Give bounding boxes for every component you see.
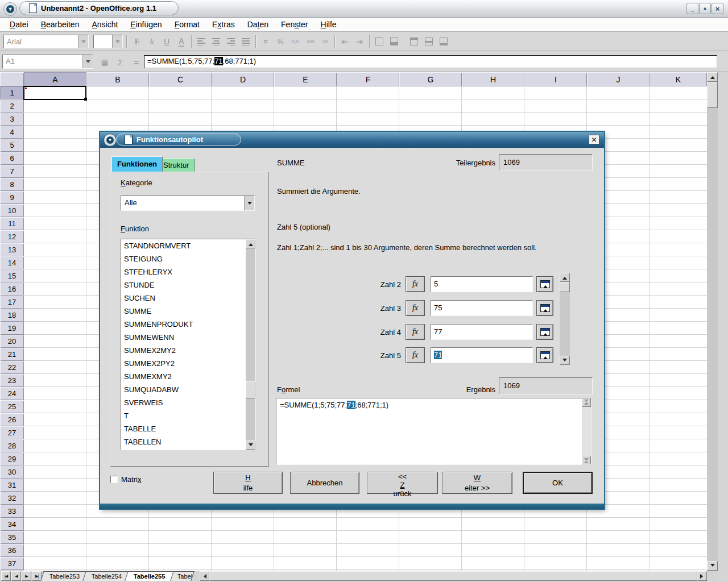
indent-decrease-icon[interactable]: [338, 35, 351, 48]
font-name-dropdown[interactable]: [78, 35, 88, 48]
menu-ansicht[interactable]: Ansicht: [85, 18, 124, 31]
align-right-icon[interactable]: [224, 35, 238, 48]
scroll-thumb[interactable]: [246, 381, 255, 398]
menu-datei[interactable]: Datei: [3, 18, 35, 31]
percent-icon[interactable]: [274, 35, 287, 48]
function-wizard-button[interactable]: fx: [406, 324, 425, 340]
row-header-17[interactable]: 17: [0, 296, 24, 309]
row-header-24[interactable]: 24: [0, 387, 24, 400]
checkbox-icon[interactable]: [110, 476, 118, 483]
column-header-C[interactable]: C: [149, 72, 212, 86]
menu-hilfe[interactable]: Hilfe: [315, 18, 343, 31]
row-header-36[interactable]: 36: [0, 544, 24, 557]
matrix-checkbox-row[interactable]: Matrix: [110, 475, 141, 484]
scroll-down-button[interactable]: [246, 440, 255, 450]
row-header-33[interactable]: 33: [0, 505, 24, 518]
close-button[interactable]: ×: [712, 3, 723, 14]
row-header-18[interactable]: 18: [0, 309, 24, 322]
function-item-summexmy2[interactable]: SUMMEXMY2: [121, 370, 246, 383]
tab-funktionen[interactable]: Funktionen: [111, 156, 163, 172]
scroll-up-button[interactable]: [707, 72, 718, 82]
row-header-2[interactable]: 2: [0, 99, 24, 113]
row-header-10[interactable]: 10: [0, 204, 24, 217]
font-name-combo[interactable]: Arial: [3, 35, 89, 48]
menu-bearbeiten[interactable]: Bearbeiten: [35, 18, 86, 31]
dialog-close-button[interactable]: ✕: [589, 135, 599, 144]
column-header-B[interactable]: B: [86, 72, 149, 86]
align-center-vertical-icon[interactable]: [422, 35, 436, 48]
scroll-up-button[interactable]: [560, 273, 570, 282]
menu-extras[interactable]: Extras: [206, 18, 241, 31]
weiter-button[interactable]: Weiter >>: [442, 472, 512, 494]
arg-input-zahl5[interactable]: 71: [431, 347, 533, 363]
menu-format[interactable]: Format: [168, 18, 206, 31]
arg-input-zahl3[interactable]: 75: [431, 300, 533, 316]
row-header-3[interactable]: 3: [0, 113, 24, 126]
window-menu-button[interactable]: ▼: [3, 2, 17, 16]
column-header-I[interactable]: I: [524, 72, 587, 86]
row-header-5[interactable]: 5: [0, 139, 24, 152]
function-listbox[interactable]: STANDNORMVERTSTEIGUNGSTFEHLERYXSTUNDESUC…: [121, 239, 256, 450]
name-box-dropdown[interactable]: [82, 55, 93, 68]
function-wizard-button[interactable]: fx: [406, 276, 425, 292]
dialog-menu-button[interactable]: ▼: [104, 134, 117, 147]
row-header-23[interactable]: 23: [0, 374, 24, 387]
scroll-up-button[interactable]: [582, 398, 591, 407]
row-header-16[interactable]: 16: [0, 282, 24, 296]
function-autopilot-icon[interactable]: [98, 55, 111, 69]
sheet-tab-tabelle253[interactable]: Tabelle253: [40, 571, 89, 581]
background-color-icon[interactable]: [387, 35, 401, 48]
align-center-icon[interactable]: [209, 35, 223, 48]
menu-daten[interactable]: Daten: [241, 18, 275, 31]
column-header-F[interactable]: F: [337, 72, 399, 86]
function-item-tabellen[interactable]: TABELLEN: [121, 435, 246, 448]
column-header-D[interactable]: D: [212, 72, 274, 86]
scroll-left-button[interactable]: [200, 571, 209, 581]
row-header-19[interactable]: 19: [0, 322, 24, 335]
sum-icon[interactable]: [114, 55, 127, 69]
align-top-icon[interactable]: [407, 35, 421, 48]
function-item-sumquadabw[interactable]: SUMQUADABW: [121, 383, 246, 396]
fill-handle[interactable]: [84, 98, 87, 101]
scroll-down-button[interactable]: [582, 456, 591, 464]
tab-struktur[interactable]: Struktur: [158, 158, 195, 172]
function-wizard-button[interactable]: fx: [406, 300, 425, 316]
sheet-tab-tabelle255[interactable]: Tabelle255: [125, 571, 175, 581]
column-header-K[interactable]: K: [650, 72, 707, 86]
add-decimal-icon[interactable]: [303, 35, 317, 48]
row-header-27[interactable]: 27: [0, 426, 24, 439]
row-header-31[interactable]: 31: [0, 479, 24, 492]
name-box[interactable]: A1: [2, 55, 93, 69]
category-dropdown[interactable]: [244, 196, 254, 210]
next-sheet-icon[interactable]: ▶: [22, 571, 31, 581]
row-header-7[interactable]: 7: [0, 165, 24, 178]
menu-fenster[interactable]: Fenster: [275, 18, 314, 31]
row-header-22[interactable]: 22: [0, 361, 24, 374]
horizontal-scroll-thumb[interactable]: [209, 571, 697, 581]
row-header-8[interactable]: 8: [0, 178, 24, 191]
align-bottom-icon[interactable]: [437, 35, 450, 48]
row-header-15[interactable]: 15: [0, 269, 24, 282]
row-header-35[interactable]: 35: [0, 531, 24, 544]
sheet-tab-tabelle254[interactable]: Tabelle254: [82, 571, 131, 581]
select-all-corner[interactable]: [0, 72, 24, 86]
hilfe-button[interactable]: Hilfe: [213, 472, 283, 494]
row-header-29[interactable]: 29: [0, 452, 24, 465]
row-header-6[interactable]: 6: [0, 152, 24, 165]
currency-icon[interactable]: [259, 35, 272, 48]
menu-einfgen[interactable]: Einfügen: [124, 18, 168, 31]
function-item-standnormvert[interactable]: STANDNORMVERT: [121, 239, 246, 252]
borders-icon[interactable]: [373, 35, 386, 48]
row-header-4[interactable]: 4: [0, 126, 24, 139]
italic-icon[interactable]: [145, 35, 159, 48]
row-header-14[interactable]: 14: [0, 256, 24, 269]
shrink-button[interactable]: [536, 324, 553, 340]
column-header-E[interactable]: E: [274, 72, 337, 86]
row-header-32[interactable]: 32: [0, 492, 24, 505]
function-item-sverweis[interactable]: SVERWEIS: [121, 396, 246, 409]
last-sheet-icon[interactable]: ▶|: [32, 571, 42, 581]
underline-icon[interactable]: [160, 35, 173, 48]
formula-textarea[interactable]: =SUMME(1;5;75;77;71;68;771;1): [276, 398, 592, 465]
shrink-button[interactable]: [536, 300, 553, 316]
remove-decimal-icon[interactable]: [318, 35, 332, 48]
